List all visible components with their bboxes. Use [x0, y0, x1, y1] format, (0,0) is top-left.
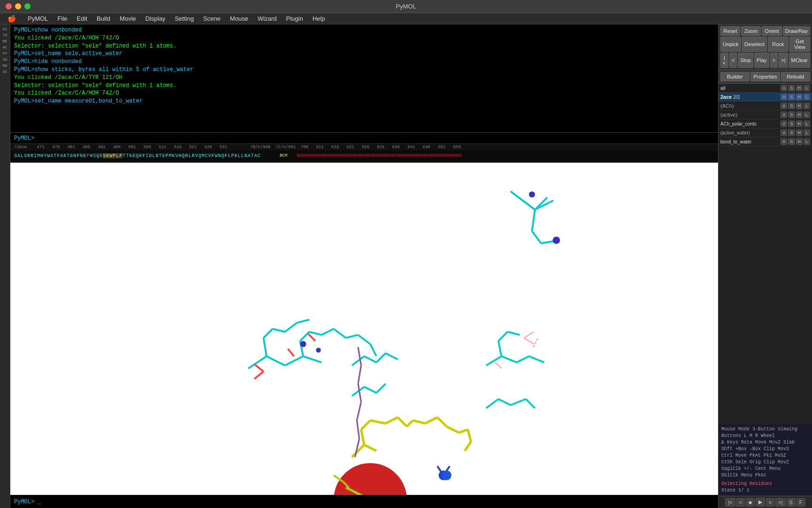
left-label-to: TO — [3, 32, 8, 38]
status-sngl: SqglClk +/- Cent Menu — [721, 466, 809, 472]
ctrl-start[interactable]: |< — [725, 498, 735, 507]
main-layout: Al TO RE AC PY SU MO SC PyMOL>show nonbo… — [0, 24, 812, 508]
obj-l-ach[interactable]: L — [804, 103, 810, 109]
obj-l-active[interactable]: L — [804, 111, 810, 118]
nav-start-button[interactable]: |< — [720, 53, 728, 68]
ctrl-end[interactable]: >| — [775, 498, 785, 507]
obj-s-2ace[interactable]: S — [788, 94, 795, 100]
nav-prev-button[interactable]: < — [729, 53, 737, 68]
obj-a-2ace[interactable]: A — [781, 94, 787, 100]
obj-h-ach[interactable]: H — [796, 103, 803, 109]
nav-next-button[interactable]: > — [770, 53, 778, 68]
ctrl-f[interactable]: F — [796, 498, 805, 507]
menu-display[interactable]: Display — [141, 14, 169, 23]
menu-wizard[interactable]: Wizard — [254, 14, 280, 23]
obj-l-all[interactable]: L — [804, 85, 810, 91]
unpick-button[interactable]: Unpick — [720, 37, 741, 52]
obj-h-active-water[interactable]: H — [796, 129, 803, 136]
menu-build[interactable]: Build — [93, 14, 114, 23]
ctrl-next[interactable]: > — [766, 498, 774, 507]
console-line: PyMOL>set_name measure01,bond_to_water — [14, 97, 714, 105]
zoom-button[interactable]: Zoom — [741, 26, 761, 36]
menu-pymol[interactable]: PyMOL — [24, 14, 52, 23]
obj-a-active-water[interactable]: A — [781, 129, 787, 136]
get-view-button[interactable]: Get View — [789, 37, 810, 52]
nav-stop-button[interactable]: Stop — [738, 53, 753, 68]
menu-setting[interactable]: Setting — [171, 14, 197, 23]
obj-h-active[interactable]: H — [796, 111, 803, 118]
obj-s-all[interactable]: S — [788, 85, 795, 91]
nav-end-button[interactable]: >| — [779, 53, 788, 68]
console-line: PyMOL>show sticks, byres all within 5 of… — [14, 66, 714, 74]
obj-h-all[interactable]: H — [796, 85, 803, 91]
menu-mouse[interactable]: Mouse — [226, 14, 252, 23]
obj-s-bond-water[interactable]: S — [788, 138, 795, 145]
obj-s-ach[interactable]: S — [788, 103, 795, 109]
close-button[interactable] — [6, 3, 12, 9]
prompt-label: PyMOL> — [14, 135, 34, 142]
obj-s-ach-polar[interactable]: S — [788, 120, 795, 127]
svg-point-8 — [529, 191, 535, 198]
status-state: State 1/ 1 — [721, 487, 809, 494]
ctrl-stop[interactable]: ■ — [746, 498, 755, 507]
obj-a-all[interactable]: A — [781, 85, 787, 91]
obj-s-active[interactable]: S — [788, 111, 795, 118]
obj-l-ach-polar[interactable]: L — [804, 120, 810, 127]
orient-button[interactable]: Orient — [762, 26, 781, 36]
obj-l-2ace[interactable]: L — [804, 94, 810, 100]
obj-h-ach-polar[interactable]: H — [796, 120, 803, 127]
object-row-ach: (ACh) A S H L — [718, 102, 812, 111]
console-line: Selector: selection "sele" defined with … — [14, 42, 714, 50]
object-row-bond-water: bond_to_water A S H L — [718, 137, 812, 146]
sequence-numbers: /2ace 471 476 481 486 491 496 501 506 51… — [10, 144, 718, 151]
minimize-button[interactable] — [15, 3, 21, 9]
object-name-ach-polar: ACh_polar_conts — [720, 121, 780, 127]
status-keys: & Keys Rota Move MovZ Slab — [721, 439, 809, 446]
console-prompt: PyMOL> — [10, 133, 718, 144]
obj-a-active[interactable]: A — [781, 111, 787, 118]
menu-edit[interactable]: Edit — [73, 14, 91, 23]
object-name-ach: (ACh) — [720, 103, 780, 109]
obj-h-2ace[interactable]: H — [796, 94, 803, 100]
ctrl-s[interactable]: S — [787, 498, 796, 507]
maximize-button[interactable] — [24, 3, 31, 9]
menu-file[interactable]: File — [54, 14, 71, 23]
menu-movie[interactable]: Movie — [116, 14, 140, 23]
viewport[interactable]: 3.6 — [10, 163, 718, 495]
seq-extra: BCM — [280, 153, 287, 158]
obj-l-active-water[interactable]: L — [804, 129, 810, 136]
status-shft: Shft +Box -Box Clip MovS — [721, 446, 809, 452]
sequence-bar[interactable]: /2ace 471 476 481 486 491 496 501 506 51… — [10, 144, 718, 163]
object-name-active: (active) — [720, 112, 780, 118]
bottom-console[interactable]: PyMOL> _ — [10, 495, 718, 508]
left-label-sc: SC — [3, 69, 8, 74]
obj-l-bond-water[interactable]: L — [804, 138, 810, 145]
menu-plugin[interactable]: Plugin — [282, 14, 307, 23]
menu-help[interactable]: Help — [309, 14, 329, 23]
nav-mclear-button[interactable]: MClear — [789, 53, 810, 68]
ctrl-prev[interactable]: < — [736, 498, 745, 507]
object-name-2ace: 2ace 2/2 — [720, 94, 780, 100]
bottom-prompt[interactable]: PyMOL> _ — [14, 499, 41, 505]
console-line: Selector: selection "sele" defined with … — [14, 82, 714, 90]
obj-s-active-water[interactable]: S — [788, 129, 795, 136]
obj-a-ach[interactable]: A — [781, 103, 787, 109]
rock-button[interactable]: Rock — [768, 37, 789, 52]
draw-ray-button[interactable]: Draw/Ray — [783, 26, 810, 36]
obj-a-ach-polar[interactable]: A — [781, 120, 787, 127]
reset-button[interactable]: Reset — [720, 26, 740, 36]
rebuild-button[interactable]: Rebuild — [781, 72, 810, 81]
menu-scene[interactable]: Scene — [199, 14, 224, 23]
ctrl-play[interactable]: ▶ — [756, 498, 765, 507]
builder-button[interactable]: Builder — [720, 72, 750, 81]
deselect-button[interactable]: Deselect — [742, 37, 767, 52]
bottom-controls: |< < ■ ▶ > >| S F — [718, 496, 812, 508]
object-row-all: all A S H L — [718, 84, 812, 93]
obj-h-bond-water[interactable]: H — [796, 138, 803, 145]
properties-button[interactable]: Properties — [750, 72, 780, 81]
sequence-letters: SALSRRIMHYWATFAKTGNPNEPHSQESKWPLFTTKEQKF… — [10, 151, 718, 161]
menu-apple[interactable]: 🍎 — [4, 14, 20, 24]
obj-a-bond-water[interactable]: A — [781, 138, 787, 145]
toolbar-row3: |< < Stop Play > >| MClear — [718, 53, 812, 70]
nav-play-button[interactable]: Play — [754, 53, 769, 68]
